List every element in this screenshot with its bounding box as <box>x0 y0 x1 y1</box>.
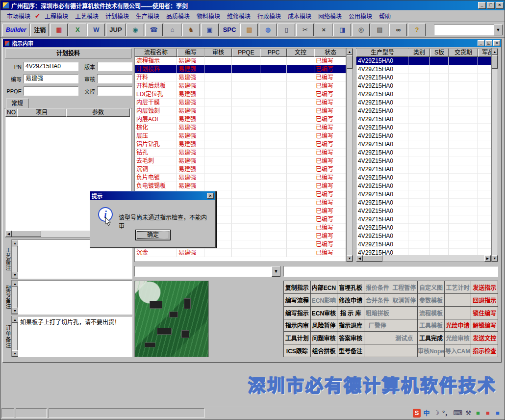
model-row[interactable]: 4V29Z15HA0 <box>356 65 491 74</box>
spc-button[interactable]: SPC <box>220 24 240 36</box>
model-row[interactable]: 4V29Z15HA0 <box>356 115 491 124</box>
action-button-r1c1[interactable]: 复制指示 <box>284 281 311 294</box>
flow-combo-value[interactable] <box>134 266 272 277</box>
model-row[interactable]: 4V29Z15HA0 <box>356 149 491 157</box>
menu-item-0[interactable]: 市场模块 <box>3 10 34 22</box>
media-icon[interactable]: ▤ <box>240 24 258 36</box>
flow-vscrollbar[interactable]: ▲ ▼ <box>346 48 353 262</box>
flow-column-header-0[interactable]: 流程名称 <box>135 49 177 57</box>
flow-row[interactable]: 开料易建强已编写 <box>135 74 346 82</box>
model-row[interactable]: 4V29Z15HA0 <box>356 74 491 82</box>
action-button-r6c7[interactable]: 导入CAM <box>445 344 472 357</box>
monitor-icon[interactable]: ▣ <box>201 24 219 36</box>
menu-item-10[interactable]: 网络模块 <box>315 10 345 22</box>
order-remark-textarea[interactable]: 如果板子上打了切片孔，请不要出货！ <box>18 316 132 357</box>
action-button-r1c4[interactable]: 报价条件 <box>364 281 391 294</box>
flow-row[interactable]: 铝片钻孔易建强已编写 <box>135 140 346 149</box>
scrollbar-thumb[interactable] <box>363 255 382 262</box>
action-button-r3c4[interactable]: 粗暗拼板 <box>364 307 391 319</box>
doccontrol-input[interactable] <box>97 86 132 96</box>
grid-column-header-1[interactable]: 项目 <box>17 108 66 117</box>
close-button[interactable]: × <box>496 2 504 9</box>
flow-row[interactable]: 沉金易建强已编写 <box>135 249 346 257</box>
indicator-blue[interactable]: ■ <box>494 409 502 418</box>
action-button-r6c1[interactable]: ICS跟踪 <box>284 344 311 357</box>
scroll-up-icon[interactable]: ▲ <box>492 49 498 55</box>
model-row[interactable]: 4V29Z15HA0 <box>356 199 491 207</box>
model-row[interactable]: 4V29Z15HA0 <box>356 190 491 199</box>
flow-column-header-6[interactable]: 状态 <box>314 49 346 57</box>
action-button-r5c7[interactable]: 光绘审核 <box>445 332 472 344</box>
process-remark-scrollbar[interactable]: ▲▼ <box>11 239 18 279</box>
flow-column-header-1[interactable]: 编写 <box>177 49 204 57</box>
ok-button[interactable]: 确定 <box>135 230 171 240</box>
flow-column-header-4[interactable]: PPC <box>260 49 287 57</box>
flow-row[interactable]: 钻孔易建强已编写 <box>135 149 346 157</box>
flow-row[interactable]: 棕化易建强已编写 <box>135 124 346 132</box>
document-icon[interactable]: ▯ <box>278 24 295 36</box>
excel-icon[interactable]: X <box>69 24 86 36</box>
model-column-header-4[interactable]: 军品 <box>478 49 491 57</box>
action-button-r2c4[interactable]: 合并条件 <box>364 294 391 307</box>
dialog-titlebar[interactable]: 提示 × <box>90 191 215 200</box>
print-icon[interactable]: ▤ <box>371 24 388 36</box>
globe-icon[interactable]: ◍ <box>259 24 277 36</box>
flow-row[interactable]: 流程指示易建强已编写 <box>135 57 346 65</box>
delete-icon[interactable]: × <box>315 24 332 36</box>
menu-item-3[interactable]: 计划模块 <box>102 10 132 22</box>
menu-item-12[interactable]: 帮助 <box>376 10 394 22</box>
phone-icon[interactable]: ☎ <box>145 24 163 36</box>
action-button-r3c6[interactable]: 流程模板 <box>418 307 445 319</box>
softkeyboard-icon[interactable]: ⌨ <box>453 409 462 418</box>
tab-general[interactable]: 常规 <box>6 99 28 108</box>
model-column-header-3[interactable]: 交货期 <box>449 49 478 57</box>
grid-icon[interactable]: ▦ <box>50 24 68 36</box>
maximize-button[interactable]: □ <box>487 2 495 9</box>
scroll-left-icon[interactable]: ◀ <box>356 255 363 262</box>
model-remark-scrollbar[interactable]: ▲▼ <box>11 280 18 315</box>
scrollbar-thumb[interactable] <box>12 231 41 237</box>
model-row[interactable]: 4V29Z15HA0 <box>356 82 491 90</box>
action-button-r1c2[interactable]: 内部ECN <box>311 281 338 294</box>
child-titlebar[interactable]: 指示内审 _ ◱ × <box>3 39 501 47</box>
model-row[interactable]: 4V29Z15HA0 <box>356 107 491 115</box>
writer-input[interactable]: 易建强 <box>24 74 78 83</box>
flow-combobox[interactable]: ▼ <box>134 266 280 277</box>
action-button-r1c8[interactable]: 发送指示 <box>471 281 498 294</box>
flow-row[interactable]: LDI定位孔易建强已编写 <box>135 90 346 99</box>
child-restore-button[interactable]: ◱ <box>485 40 492 46</box>
action-button-r6c8[interactable]: 指示检查 <box>471 344 498 357</box>
model-row[interactable]: 4V29Z15HA0 <box>356 224 491 232</box>
model-column-header-2[interactable]: S板 <box>430 49 449 57</box>
grid-column-header-2[interactable]: 参数 <box>66 108 130 117</box>
menu-item-2[interactable]: 工艺模块 <box>72 10 102 22</box>
menu-item-5[interactable]: 品质模块 <box>163 10 193 22</box>
action-button-r5c8[interactable]: 发送文控 <box>471 332 498 344</box>
menu-item-8[interactable]: 行政模块 <box>254 10 284 22</box>
menu-item-4[interactable]: 生产模块 <box>132 10 163 22</box>
child-close-button[interactable]: × <box>493 40 500 46</box>
action-button-r3c2[interactable]: ECN审核 <box>311 307 338 319</box>
action-button-r5c3[interactable]: 答案审核 <box>337 332 364 344</box>
action-button-r4c3[interactable]: 指示退库 <box>337 319 364 332</box>
menu-item-6[interactable]: 物料模块 <box>193 10 224 22</box>
preview-icon[interactable]: ◎ <box>352 24 370 36</box>
word-icon[interactable]: W <box>87 24 105 36</box>
model-row[interactable]: 4V29Z15HA0 <box>356 157 491 165</box>
model-row[interactable]: 4V29Z15HA0 <box>356 174 491 182</box>
scroll-left-icon[interactable]: ◀ <box>5 231 12 237</box>
scroll-up-icon[interactable]: ▲ <box>347 49 353 55</box>
menu-item-11[interactable]: 公用模块 <box>345 10 376 22</box>
action-button-r1c6[interactable]: 自定义图 <box>418 281 445 294</box>
action-button-r4c2[interactable]: 风险暂停 <box>311 319 338 332</box>
toolbar-combobox[interactable]: ▼ <box>434 25 503 35</box>
model-row[interactable]: 4V29Z15HA0 <box>356 140 491 149</box>
action-button-r3c1[interactable]: 编写指示 <box>284 307 311 319</box>
flow-row[interactable]: 去毛刺易建强已编写 <box>135 157 346 165</box>
chevron-down-icon[interactable]: ▼ <box>272 266 280 277</box>
model-row[interactable]: 4V29Z15HA0 <box>356 240 491 249</box>
menu-item-7[interactable]: 维修模块 <box>224 10 254 22</box>
model-row[interactable]: 4V29Z15HA0 <box>356 249 491 255</box>
cut-icon[interactable]: ✂ <box>296 24 314 36</box>
flow-row[interactable]: 负片电镀易建强已编写 <box>135 174 346 182</box>
